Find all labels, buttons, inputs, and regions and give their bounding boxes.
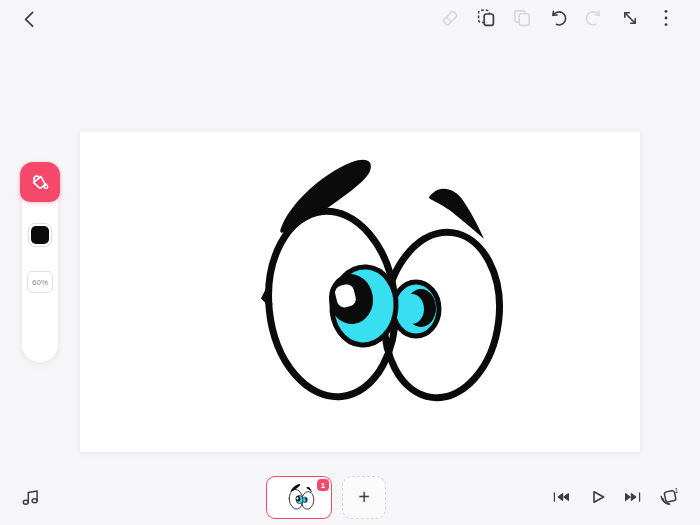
paste-button[interactable] (474, 6, 498, 30)
paint-bucket-icon (27, 169, 53, 195)
undo-button[interactable] (546, 6, 570, 30)
frame-thumbnail-1[interactable]: 1 (266, 476, 332, 519)
opacity-label: 60% (32, 278, 48, 287)
frame-number: 1 (321, 481, 325, 490)
playback-controls: 1 (549, 485, 681, 509)
copy-button (510, 6, 534, 30)
music-note-icon (18, 485, 42, 509)
skip-to-start-button[interactable] (549, 485, 573, 509)
onion-layers-count: 1 (674, 486, 678, 495)
color-swatch-button[interactable] (28, 223, 52, 247)
eraser-icon (438, 6, 462, 30)
back-chevron-icon (18, 7, 42, 31)
opacity-button[interactable]: 60% (27, 271, 53, 293)
frame-number-badge: 1 (317, 479, 329, 491)
skip-to-start-icon (549, 485, 573, 509)
copy-icon (510, 6, 534, 30)
resize-button[interactable] (618, 6, 642, 30)
fill-bucket-tool-button[interactable] (20, 162, 60, 202)
skip-to-end-icon (621, 485, 645, 509)
redo-button (582, 6, 606, 30)
paste-icon (474, 6, 498, 30)
top-toolbar (438, 6, 678, 30)
more-dots-icon (654, 6, 678, 30)
skip-to-end-button[interactable] (621, 485, 645, 509)
cartoon-eyes-drawing (80, 132, 640, 452)
onion-skin-layers-icon: 1 (657, 485, 681, 509)
back-button[interactable] (18, 7, 42, 31)
play-icon (585, 485, 609, 509)
play-button[interactable] (585, 485, 609, 509)
eraser-button (438, 6, 462, 30)
music-button[interactable] (17, 484, 43, 510)
resize-diagonal-icon (618, 6, 642, 30)
redo-icon (582, 6, 606, 30)
add-frame-button[interactable]: + (342, 476, 386, 519)
drawing-canvas[interactable] (80, 132, 640, 452)
current-color-black (31, 226, 49, 244)
plus-icon: + (358, 486, 370, 509)
more-menu-button[interactable] (654, 6, 678, 30)
undo-icon (546, 6, 570, 30)
onion-skin-button[interactable]: 1 (657, 485, 681, 509)
